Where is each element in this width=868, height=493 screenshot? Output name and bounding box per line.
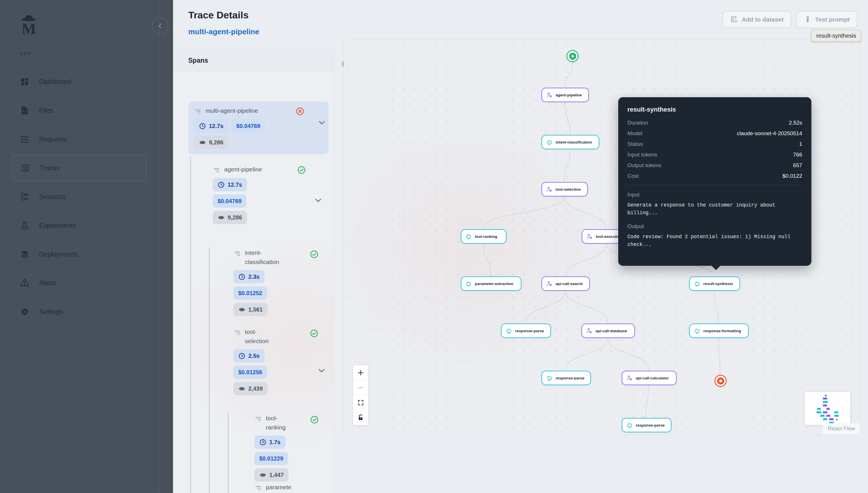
success-status-icon [310,415,319,424]
minimap-node [817,411,821,413]
detective-m-logo-icon: M [17,12,41,37]
trace-span-icon [233,329,241,337]
end-node[interactable] [714,375,727,387]
cost-badge: $0.01252 [233,286,267,300]
graph-node-response-parse-1[interactable]: response-parse [501,324,551,338]
sidebar-item-dashboard[interactable]: Dashboard [12,68,146,95]
minimap-node [823,411,827,413]
node-label: api-call-search [555,282,583,286]
sidebar-item-sessions[interactable]: Sessions [12,184,146,210]
database-plus-icon [730,16,738,23]
sidebar-item-files[interactable]: Files [12,97,146,124]
check-circle-icon [310,329,318,338]
graph-node-agent-pipeline[interactable]: agent-pipeline [542,88,589,102]
deployments-icon [20,250,29,259]
graph-node-api-call-calculator[interactable]: api-call-calculator [622,371,677,385]
stop-icon [717,378,724,385]
zoom-controls [353,365,368,425]
svg-text:M: M [22,21,36,37]
plus-control-button[interactable] [353,365,368,380]
sidebar-item-deployments[interactable]: Deployments [12,241,146,267]
app-logo[interactable]: M [17,12,41,37]
sidebar-item-label: Files [39,107,53,114]
tooltip-output-text: Code review: Found 2 potential issues: 1… [627,233,806,249]
expand-chevron-icon[interactable] [318,118,326,127]
files-icon [20,106,29,115]
settings-icon [20,307,29,316]
tooltip-row: Duration 2.52s [627,120,802,126]
graph-node-response-parse-2[interactable]: response-parse [542,371,591,385]
sidebar-item-label: Requests [39,135,67,143]
graph-node-parameter-extraction[interactable]: parameter-extraction [461,276,521,291]
robot-icon [465,234,472,240]
lock-open-control-button[interactable] [353,410,368,425]
none-status-icon [320,484,328,492]
tooltip-row-value: 1 [799,141,802,147]
graph-node-tool-selection[interactable]: tool-selection [542,182,588,196]
expand-chevron-icon[interactable] [314,196,322,205]
graph-node-result-synthesis[interactable]: result-synthesis [689,276,740,291]
span-name: intent-classification [245,248,290,266]
graph-node-response-formatting[interactable]: response-formatting [689,324,749,338]
trace-span-icon [233,250,241,257]
start-node[interactable] [567,50,578,62]
fit-view-control-button[interactable] [353,395,368,410]
sidebar-item-alerts[interactable]: Alerts [12,270,146,296]
tokens-badge: 1,561 [233,303,268,316]
span-item-tool-ranking[interactable]: tool-ranking 1.7s $0.01229 1,447 [254,414,328,481]
sidebar-collapse-button[interactable] [152,18,168,34]
span-item-agent-pipeline[interactable]: agent-pipeline 12.7s $0.04769 9,286 [213,165,325,224]
spans-panel: Spans multi-agent-pipeline 12.7s $0.0476… [173,50,334,493]
sidebar-item-requests[interactable]: Requests [12,126,146,152]
robot-icon [506,328,512,334]
cost-badge: $0.01256 [233,366,267,379]
graph-node-api-call-search[interactable]: api-call-search [542,276,590,291]
span-item-paramete[interactable]: paramete [254,483,328,492]
minimap-node [817,408,821,410]
sidebar-item-settings[interactable]: Settings [12,299,146,325]
button-label: Test prompt [815,16,850,23]
graph-node-tool-ranking[interactable]: tool-ranking [461,229,506,244]
tooltip-row-value: 657 [793,162,802,169]
graph-canvas[interactable]: agent-pipeline intent-classification too… [343,39,860,435]
sidebar-item-experiments[interactable]: Experiments [12,212,146,239]
span-item-tool-selection[interactable]: tool-selection 2.5s $0.01256 2,439 [233,327,328,395]
expand-chevron-icon[interactable] [317,366,326,375]
user-gear-icon [546,92,552,98]
graph-minimap[interactable] [804,392,850,425]
cost-badge: $0.04769 [213,194,246,208]
span-name: tool-ranking [266,414,294,432]
main-area: Trace Details multi-agent-pipeline Add t… [173,0,868,493]
node-label: response-parse [555,376,585,380]
tooltip-row-value: claude-sonnet-4-20250514 [737,130,802,137]
minus-control-button[interactable] [353,380,368,395]
cost-badge: $0.04769 [231,120,265,133]
react-flow-attribution: React Flow [823,423,860,435]
node-label: response-parse [515,329,544,333]
test-prompt-button[interactable]: Test prompt [796,11,858,28]
minimap-node [836,419,838,420]
tooltip-row-value: 2.52s [789,120,802,126]
sidebar: M APP DashboardFilesRequestsTracesSessio… [0,0,173,493]
trace-name-link[interactable]: multi-agent-pipeline [188,27,259,36]
span-item-intent-classification[interactable]: intent-classification 2.3s $0.01252 1,56… [233,248,328,316]
span-item-multi-agent-pipeline[interactable]: multi-agent-pipeline 12.7s $0.04769 9,28… [188,102,328,154]
tokens-badge: 9,286 [194,136,228,149]
button-label: Add to dataset [741,16,783,23]
graph-node-api-call-database[interactable]: api-call-database [581,324,635,338]
robot-icon [465,281,472,287]
node-label: parameter-extraction [475,282,513,286]
graph-node-intent-classification[interactable]: intent-classification [542,135,599,149]
sidebar-resize-guide [159,0,159,493]
minus-icon [357,384,364,391]
sidebar-item-traces[interactable]: Traces [12,155,146,181]
minimap-node [823,398,827,400]
node-label: intent-classification [555,140,592,144]
play-icon [569,52,576,60]
minimap-node [823,418,827,420]
user-gear-icon [546,186,552,192]
add-to-dataset-button[interactable]: Add to dataset [723,11,791,28]
graph-node-response-parse-3[interactable]: response-parse [622,418,671,432]
sidebar-item-label: Experiments [39,222,76,230]
node-label: result-synthesis [703,282,733,286]
